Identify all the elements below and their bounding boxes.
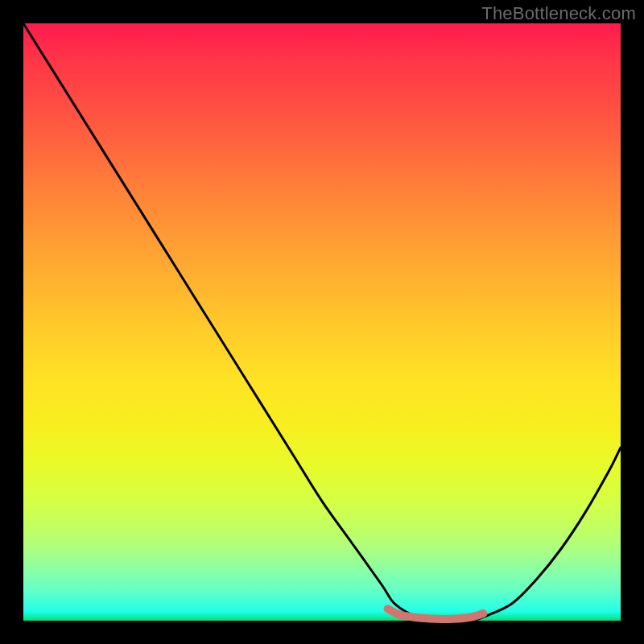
plot-area	[23, 23, 621, 621]
curve-svg	[23, 23, 621, 621]
watermark-text: TheBottleneck.com	[481, 3, 636, 24]
chart-frame: TheBottleneck.com	[0, 0, 644, 644]
bottleneck-curve	[23, 23, 621, 621]
